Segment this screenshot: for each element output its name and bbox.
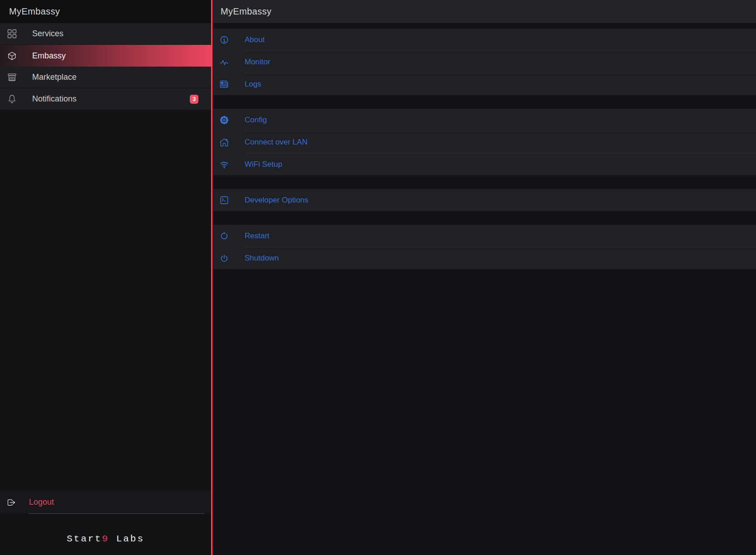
menu-groups: AboutMonitorLogsConfigConnect over LANWi… bbox=[212, 29, 756, 269]
sidebar-item-notifications[interactable]: Notifications3 bbox=[0, 88, 211, 110]
main-content: MyEmbassy AboutMonitorLogsConfigConnect … bbox=[212, 0, 756, 555]
menu-item-label: Shutdown bbox=[245, 254, 279, 263]
home-icon bbox=[219, 137, 230, 148]
logo-text-labs: Labs bbox=[109, 534, 144, 555]
cube-icon bbox=[6, 50, 17, 61]
menu-item-label: Logs bbox=[245, 80, 261, 89]
menu-item-label: Restart bbox=[245, 232, 270, 241]
menu-group: Developer Options bbox=[212, 189, 756, 211]
menu-item-about[interactable]: About bbox=[212, 29, 756, 51]
menu-item-restart[interactable]: Restart bbox=[212, 225, 756, 247]
sidebar-nav: ServicesEmbassyMarketplaceNotifications3 bbox=[0, 23, 211, 110]
menu-group: AboutMonitorLogs bbox=[212, 29, 756, 95]
logout-icon bbox=[7, 498, 16, 507]
menu-item-label: WiFi Setup bbox=[245, 160, 282, 169]
menu-group: RestartShutdown bbox=[212, 225, 756, 269]
pulse-icon bbox=[219, 57, 230, 68]
grid-icon bbox=[6, 29, 17, 39]
logo-text-9: 9 bbox=[102, 534, 109, 555]
menu-item-developer-options[interactable]: Developer Options bbox=[212, 189, 756, 211]
accent-divider bbox=[211, 0, 212, 555]
logout-label: Logout bbox=[29, 497, 54, 507]
menu-item-label: Connect over LAN bbox=[245, 138, 308, 147]
wifi-icon bbox=[219, 159, 230, 170]
menu-item-label: Monitor bbox=[245, 58, 270, 67]
bell-icon bbox=[6, 94, 17, 105]
menu-item-shutdown[interactable]: Shutdown bbox=[212, 247, 756, 269]
notification-count-badge: 3 bbox=[190, 95, 198, 104]
menu-item-label: About bbox=[245, 35, 265, 44]
sidebar-footer: Logout Start9 Labs bbox=[0, 491, 211, 555]
main-header: MyEmbassy bbox=[212, 0, 756, 24]
menu-item-connect-over-lan[interactable]: Connect over LAN bbox=[212, 131, 756, 153]
sidebar-item-embassy[interactable]: Embassy bbox=[0, 45, 211, 67]
logo-text-start: Start bbox=[67, 534, 102, 555]
storefront-icon bbox=[6, 72, 17, 83]
sidebar-header: MyEmbassy bbox=[0, 0, 211, 23]
menu-item-monitor[interactable]: Monitor bbox=[212, 51, 756, 73]
gear-icon bbox=[219, 115, 230, 125]
power-icon bbox=[219, 253, 230, 264]
menu-item-label: Developer Options bbox=[245, 196, 308, 205]
sidebar-item-marketplace[interactable]: Marketplace bbox=[0, 67, 211, 88]
sidebar-item-label: Embassy bbox=[32, 51, 66, 61]
menu-item-logs[interactable]: Logs bbox=[212, 73, 756, 95]
sidebar-item-label: Services bbox=[32, 29, 63, 39]
menu-group: ConfigConnect over LANWiFi Setup bbox=[212, 109, 756, 175]
info-icon bbox=[219, 34, 230, 45]
start9-labs-logo: Start9 Labs bbox=[0, 514, 211, 555]
app-root: MyEmbassy ServicesEmbassyMarketplaceNoti… bbox=[0, 0, 756, 555]
menu-item-config[interactable]: Config bbox=[212, 109, 756, 131]
sidebar: MyEmbassy ServicesEmbassyMarketplaceNoti… bbox=[0, 0, 211, 555]
sidebar-title: MyEmbassy bbox=[9, 6, 60, 17]
sidebar-item-services[interactable]: Services bbox=[0, 23, 211, 45]
menu-item-wifi-setup[interactable]: WiFi Setup bbox=[212, 153, 756, 175]
menu-item-label: Config bbox=[245, 116, 267, 125]
logout-button[interactable]: Logout bbox=[0, 491, 211, 513]
terminal-icon bbox=[219, 195, 230, 206]
newspaper-icon bbox=[219, 79, 230, 90]
page-title: MyEmbassy bbox=[221, 6, 272, 17]
refresh-icon bbox=[219, 231, 230, 241]
sidebar-item-label: Marketplace bbox=[32, 72, 77, 82]
sidebar-item-label: Notifications bbox=[32, 94, 77, 104]
